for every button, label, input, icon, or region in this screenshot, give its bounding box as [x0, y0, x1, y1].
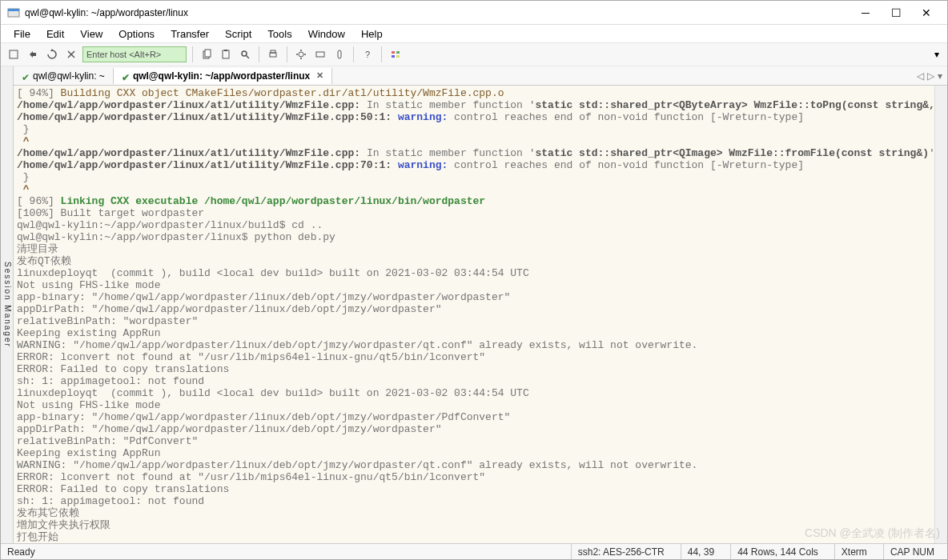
window-title: qwl@qwl-kylin: ~/app/wordpaster/linux: [25, 7, 858, 18]
menu-tools[interactable]: Tools: [261, 26, 298, 42]
app-icon: [7, 6, 20, 19]
tab-bar: ✔ qwl@qwl-kylin: ~ ✔ qwl@qwl-kylin: ~/ap…: [14, 66, 947, 86]
help-icon[interactable]: ?: [360, 46, 376, 62]
disconnect-icon[interactable]: [63, 46, 79, 62]
titlebar: qwl@qwl-kylin: ~/app/wordpaster/linux ─ …: [1, 1, 947, 25]
session-options-icon[interactable]: [312, 46, 328, 62]
menu-window[interactable]: Window: [302, 26, 351, 42]
tab-prev-icon[interactable]: ◁: [917, 70, 924, 82]
tab-label: qwl@qwl-kylin: ~/app/wordpaster/linux: [133, 70, 310, 82]
close-button[interactable]: ✕: [918, 6, 934, 19]
print-icon[interactable]: [265, 46, 281, 62]
tab-session-2[interactable]: ✔ qwl@qwl-kylin: ~/app/wordpaster/linux …: [114, 68, 332, 84]
scrollbar[interactable]: [934, 86, 947, 543]
minimize-button[interactable]: ─: [858, 6, 874, 19]
svg-rect-19: [338, 50, 341, 58]
new-session-icon[interactable]: [6, 46, 22, 62]
tab-label: qwl@qwl-kylin: ~: [33, 70, 105, 82]
keymap-icon[interactable]: [331, 46, 347, 62]
status-size: 44 Rows, 144 Cols: [730, 544, 825, 559]
menu-script[interactable]: Script: [219, 26, 258, 42]
paste-icon[interactable]: [218, 46, 234, 62]
svg-rect-23: [392, 55, 395, 58]
tab-next-icon[interactable]: ▷: [927, 70, 934, 82]
reconnect-icon[interactable]: [44, 46, 60, 62]
svg-rect-22: [396, 51, 400, 54]
svg-rect-1: [8, 9, 19, 11]
maximize-button[interactable]: ☐: [888, 6, 904, 19]
connected-icon: ✔: [22, 72, 30, 80]
connected-icon: ✔: [122, 72, 130, 80]
svg-rect-21: [392, 51, 395, 54]
menu-options[interactable]: Options: [112, 26, 161, 42]
close-tab-icon[interactable]: ✕: [316, 70, 323, 81]
svg-rect-11: [270, 53, 276, 57]
menu-view[interactable]: View: [74, 26, 109, 42]
tab-session-1[interactable]: ✔ qwl@qwl-kylin: ~: [14, 68, 114, 84]
menu-file[interactable]: File: [7, 26, 37, 42]
tab-list-icon[interactable]: ▾: [938, 70, 942, 82]
find-icon[interactable]: [237, 46, 253, 62]
svg-point-13: [299, 52, 303, 57]
svg-rect-2: [10, 50, 18, 58]
session-manager-sidebar[interactable]: Session Manager: [1, 66, 14, 543]
host-input[interactable]: Enter host <Alt+R>: [82, 46, 187, 62]
svg-text:?: ?: [365, 50, 370, 59]
toolbar-overflow-icon[interactable]: ▾: [931, 46, 942, 62]
svg-rect-7: [223, 50, 229, 58]
status-caps: CAP NUM: [883, 544, 941, 559]
toolbar: Enter host <Alt+R> ? ▾: [1, 42, 947, 66]
sessions-icon[interactable]: [388, 46, 404, 62]
svg-line-10: [246, 55, 249, 58]
status-term: Xterm: [834, 544, 874, 559]
status-cursor-pos: 44, 39: [681, 544, 721, 559]
terminal-output[interactable]: [ 94%] Building CXX object CMakeFiles/wo…: [14, 86, 947, 543]
quick-connect-icon[interactable]: [25, 46, 41, 62]
status-ready: Ready: [7, 546, 35, 558]
svg-rect-6: [205, 50, 211, 57]
svg-rect-18: [316, 52, 324, 57]
gear-icon[interactable]: [293, 46, 309, 62]
svg-rect-12: [271, 50, 275, 53]
statusbar: Ready ssh2: AES-256-CTR 44, 39 44 Rows, …: [1, 543, 947, 559]
menubar: File Edit View Options Transfer Script T…: [1, 25, 947, 42]
menu-help[interactable]: Help: [355, 26, 389, 42]
svg-rect-24: [396, 55, 400, 58]
copy-icon[interactable]: [199, 46, 215, 62]
menu-transfer[interactable]: Transfer: [164, 26, 215, 42]
svg-rect-8: [224, 50, 227, 51]
status-protocol: ssh2: AES-256-CTR: [571, 544, 671, 559]
menu-edit[interactable]: Edit: [40, 26, 70, 42]
